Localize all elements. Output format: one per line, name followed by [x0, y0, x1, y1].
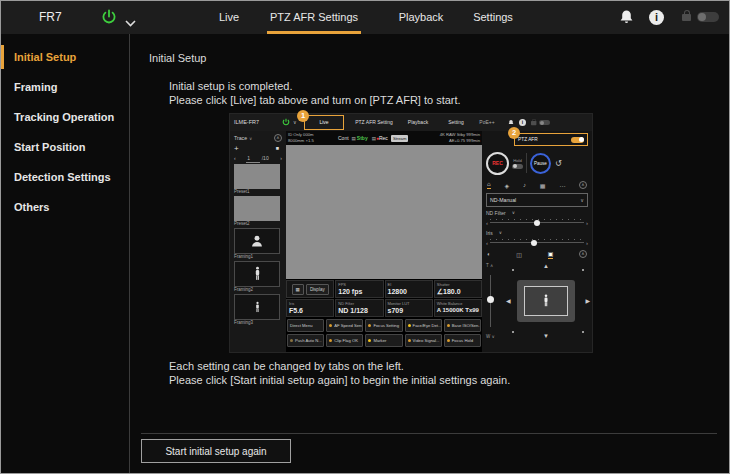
assign-dot-icon — [408, 324, 411, 327]
mini-preset2-thumbnail — [234, 196, 280, 221]
mini-collapse-pad-icon: ∧ — [579, 250, 587, 258]
divider — [141, 433, 717, 434]
assign-dot-icon — [368, 324, 371, 327]
mini-framing-target — [524, 286, 568, 316]
mini-video-preview — [286, 145, 482, 279]
slider-knob — [531, 240, 537, 246]
mini-assign-button: Focus Hold — [444, 334, 481, 347]
pad-up-icon: ▲ — [543, 263, 549, 269]
mini-ei-value: 12800 — [388, 287, 430, 296]
tab-settings[interactable]: Settings — [468, 1, 518, 34]
mini-bell-icon — [508, 119, 514, 127]
sidebar-item-initial-setup[interactable]: Initial Setup — [1, 42, 129, 72]
mini-control-panel: PTZ AFR 2 REC Hold Pause ↺ ⌂ — [482, 131, 592, 352]
mini-camera-model: ILME-FR7 — [234, 119, 259, 125]
mini-ptz-pad: T ∧ W ∨ ▲ ▼ ◀ ▶ — [486, 263, 588, 339]
intro-line-2: Please click [Live] tab above and turn o… — [169, 93, 461, 107]
sidebar-item-framing[interactable]: Framing — [1, 72, 129, 102]
mini-nd-mode-value: ND-Manual — [490, 197, 516, 203]
mini-nd-value: ND 1/128 — [338, 306, 380, 315]
mini-stby-status: Stby — [357, 135, 368, 141]
mini-assign-button: Focus Setting — [365, 319, 402, 332]
bell-icon[interactable] — [619, 9, 634, 29]
mini-ptz-afr-highlight: PTZ AFR — [514, 133, 588, 146]
mini-monitor-area: ID Only 000m 8000mm ×1.5 Cont ▤ Stby ▤ ●… — [286, 131, 482, 352]
start-initial-setup-again-button[interactable]: Start initial setup again — [141, 439, 291, 463]
mini-tele-label: T — [486, 263, 489, 268]
tab-ptz-afr-settings[interactable]: PTZ AFR Settings — [267, 1, 361, 34]
sidebar-item-detection-settings[interactable]: Detection Settings — [1, 162, 129, 192]
person-body-icon — [542, 292, 550, 310]
mini-trace-label: Trace — [234, 135, 247, 141]
power-icon[interactable] — [101, 9, 117, 29]
slider-right-icon: › — [586, 220, 588, 226]
sidebar: Initial Setup Framing Tracking Operation… — [1, 34, 130, 473]
chevron-down-icon[interactable] — [125, 13, 136, 31]
mini-assign-button: Push Auto N... — [287, 334, 324, 347]
sidebar-item-tracking-operation[interactable]: Tracking Operation — [1, 102, 129, 132]
mini-lock-icon — [531, 121, 536, 125]
mini-reset-icon: ↺ — [555, 159, 562, 168]
tab-playback[interactable]: Playback — [396, 1, 446, 34]
mini-collapse-icon: ∧ — [274, 134, 282, 142]
mini-preset-panel: Trace ∨ ∧ + ■ ‹ 1 /10 › Preset1 — [230, 131, 286, 352]
mini-cont-label: Cont — [338, 135, 349, 141]
mini-stop-icon: ■ — [276, 145, 279, 151]
mini-assign-button: AF Speed Sens. — [326, 319, 363, 332]
outro-text: Each setting can be changed by tabs on t… — [169, 359, 510, 387]
info-icon[interactable] — [649, 10, 664, 25]
mini-tab-ptz-afr-setting: PTZ AFR Setting — [350, 114, 398, 131]
mini-assign-button: Clip Flag OK — [326, 334, 363, 347]
mini-home-tab-icon: ⌂ — [487, 181, 491, 189]
mini-rec-status: Rec — [379, 135, 388, 141]
mini-shutter-value: ∠180.0 — [437, 287, 479, 296]
mini-power-icon — [282, 118, 290, 127]
sidebar-item-others[interactable]: Others — [1, 192, 129, 222]
mini-more-tab-icon: ⋯ — [559, 182, 565, 189]
mini-poe-status: PoE++ — [476, 114, 498, 131]
mini-hold-label: Hold — [513, 158, 522, 163]
mini-display-button: Display — [306, 284, 329, 295]
mini-ptz-afr-toggle — [571, 137, 584, 143]
mini-prev-page-icon: ‹ — [234, 155, 236, 161]
mini-wide-label: W — [486, 334, 490, 339]
mini-focus-mode-icon: ◐ — [487, 251, 491, 257]
pad-corner-dot — [512, 331, 514, 333]
mini-preset1-thumbnail — [234, 164, 280, 189]
top-bar: FR7 Live PTZ AFR Settings Playback Setti… — [1, 1, 729, 34]
mini-overlay-button: ▦ — [292, 284, 304, 295]
mini-direction-pad: ▲ ▼ ◀ ▶ — [504, 263, 588, 339]
mini-assign-button: Base ISO/Sen... — [444, 319, 481, 332]
slider-left-icon: ‹ — [486, 220, 488, 226]
pad-left-icon: ◀ — [506, 298, 511, 304]
chevron-up-icon: ∧ — [490, 263, 493, 268]
mini-tab-setting: Setting — [442, 114, 470, 131]
app-title: FR7 — [39, 10, 62, 24]
mini-pantilt-tab-icon: ◈ — [504, 182, 509, 189]
assign-dot-icon — [447, 339, 450, 342]
mini-iris-slider-label: Iris — [486, 230, 493, 236]
slider-right-icon: › — [586, 240, 588, 246]
mini-status-right-2: AE+0.75 999min — [440, 138, 480, 144]
sidebar-item-start-position[interactable]: Start Position — [1, 132, 129, 162]
mini-rec-button: REC — [486, 152, 509, 175]
mini-top-bar: ILME-FR7 ∨ Live PTZ AFR Setting Playback… — [230, 114, 592, 131]
mini-framing1-thumbnail — [234, 228, 280, 254]
outro-line-2: Please click [Start initial setup again]… — [169, 373, 510, 387]
mini-status-bar: ID Only 000m 8000mm ×1.5 Cont ▤ Stby ▤ ●… — [286, 131, 482, 145]
mini-preset2-label: Preset2 — [234, 221, 282, 227]
pad-corner-dot — [512, 269, 514, 271]
assign-dot-icon — [368, 339, 371, 342]
assign-dot-icon — [329, 324, 332, 327]
tab-live[interactable]: Live — [206, 1, 252, 34]
divider — [526, 153, 527, 173]
mini-lut-value: s709 — [388, 306, 430, 315]
mini-nd-filter-label: ND Filter — [486, 210, 506, 216]
mini-assign-button: Direct Menu — [287, 319, 324, 332]
mini-next-page-icon: › — [280, 155, 282, 161]
lock-toggle[interactable] — [697, 12, 719, 22]
mini-hold-toggle — [512, 164, 523, 169]
mini-flip-icon: ◫ — [516, 251, 522, 258]
slider-left-icon: ‹ — [486, 240, 488, 246]
assign-dot-icon — [447, 324, 450, 327]
